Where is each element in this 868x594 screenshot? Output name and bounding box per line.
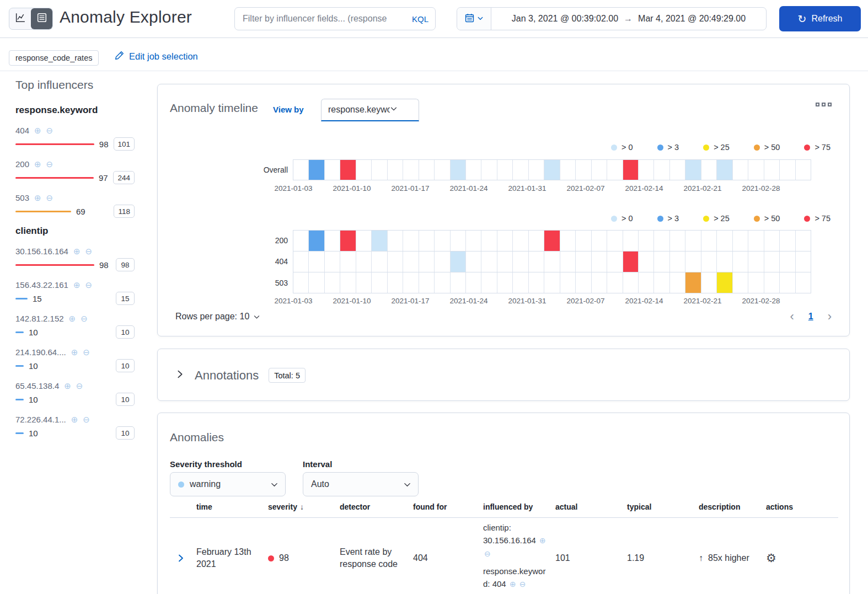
page-number[interactable]: 1 [808,312,813,322]
remove-filter-icon[interactable]: ⊖ [46,126,53,135]
swimlane-cell[interactable] [576,251,591,272]
swimlane-cell[interactable] [592,272,607,293]
swimlane-cell[interactable] [654,272,669,293]
swimlane-cell[interactable] [481,251,497,272]
swimlane-cell[interactable] [576,231,591,251]
swimlane-cell[interactable] [325,272,340,293]
add-filter-icon[interactable]: ⊕ [71,415,78,424]
swimlane-cell[interactable] [497,272,513,293]
swimlane-cell[interactable] [780,251,795,272]
view-by-select[interactable]: response.keyword [321,99,419,121]
swimlane-cell[interactable] [513,272,528,293]
swimlane-cell[interactable] [560,160,576,180]
swimlane-cell[interactable] [481,272,497,293]
swimlane-cell[interactable] [325,251,340,272]
swimlane-cell[interactable] [796,160,811,180]
swimlane-cell[interactable] [435,231,450,251]
swimlane-cell[interactable] [685,251,701,272]
edit-job-selection-link[interactable]: Edit job selection [115,51,198,62]
add-filter-icon[interactable]: ⊕ [64,382,71,390]
swimlane-cell[interactable] [560,231,576,251]
swimlane-cell[interactable] [388,231,403,251]
swimlane-cell[interactable] [607,231,623,251]
remove-filter-icon[interactable]: ⊖ [85,247,93,255]
swimlane-cell[interactable] [623,272,639,293]
swimlane-cell[interactable] [293,231,309,251]
swimlane-cell[interactable] [513,160,528,180]
kql-syntax-button[interactable]: KQL [411,14,435,24]
swimlane-cell[interactable] [356,251,372,272]
panel-options-icon[interactable] [816,103,832,106]
swimlane-cell[interactable] [764,231,780,251]
swimlane-cell[interactable] [356,160,372,180]
swimlane-cell[interactable] [717,231,732,251]
swimlane-cell[interactable] [701,251,717,272]
add-filter-icon[interactable]: ⊕ [73,281,81,289]
severity-threshold-select[interactable]: warning [170,472,286,496]
add-filter-icon[interactable]: ⊕ [510,580,516,588]
swimlane-cell[interactable] [419,231,435,251]
swimlane-cell[interactable] [293,251,309,272]
swimlane-cell[interactable] [607,160,623,180]
swimlane-cell[interactable] [403,272,419,293]
interval-select[interactable]: Auto [303,472,419,496]
swimlane-cell[interactable] [513,231,528,251]
end-date[interactable]: Mar 4, 2021 @ 20:49:29.00 [638,14,746,24]
swimlane-cell[interactable] [372,160,387,180]
swimlane-cell[interactable] [388,160,403,180]
add-filter-icon[interactable]: ⊕ [539,536,546,545]
add-filter-icon[interactable]: ⊕ [34,194,41,202]
expand-row-button[interactable] [170,554,190,563]
add-filter-icon[interactable]: ⊕ [34,160,41,168]
swimlane-cell[interactable] [733,231,748,251]
add-filter-icon[interactable]: ⊕ [69,314,76,323]
swimlane-cell[interactable] [780,272,795,293]
swimlane-cell[interactable] [419,160,435,180]
gear-icon[interactable]: ⚙ [766,552,776,564]
swimlane-cell[interactable] [639,251,654,272]
swimlane-cell[interactable] [309,251,324,272]
swimlane-cell[interactable] [748,251,764,272]
swimlane-cell[interactable] [544,251,560,272]
swimlane-cell[interactable] [717,272,732,293]
swimlane-cell[interactable] [623,251,639,272]
remove-filter-icon[interactable]: ⊖ [85,281,93,289]
chevron-right-icon[interactable] [175,370,185,381]
swimlane-cell[interactable] [639,231,654,251]
swimlane-cell[interactable] [670,251,685,272]
swimlane-cell[interactable] [560,272,576,293]
swimlane-cell[interactable] [513,251,528,272]
swimlane-cell[interactable] [529,231,544,251]
swimlane-cell[interactable] [388,272,403,293]
swimlane-cell[interactable] [497,251,513,272]
swimlane-cell[interactable] [639,272,654,293]
swimlane-cell[interactable] [592,160,607,180]
previous-page-button[interactable]: ‹ [790,311,794,323]
swimlane-cell[interactable] [451,160,466,180]
remove-filter-icon[interactable]: ⊖ [83,348,90,356]
swimlane-cell[interactable] [796,251,811,272]
swimlane-cell[interactable] [435,160,450,180]
swimlane-cell[interactable] [654,231,669,251]
swimlane-cell[interactable] [309,231,324,251]
swimlane-cell[interactable] [451,231,466,251]
swimlane-cell[interactable] [529,272,544,293]
rows-per-page-button[interactable]: Rows per page: 10 [175,312,260,322]
swimlane-cell[interactable] [576,272,591,293]
swimlane-cell[interactable] [340,272,356,293]
swimlane-cell[interactable] [435,272,450,293]
remove-filter-icon[interactable]: ⊖ [46,160,53,168]
swimlane-cell[interactable] [403,160,419,180]
refresh-button[interactable]: ↻ Refresh [779,6,861,31]
swimlane-cell[interactable] [654,160,669,180]
swimlane-cell[interactable] [748,272,764,293]
swimlane-cell[interactable] [497,160,513,180]
swimlane-cell[interactable] [592,251,607,272]
remove-filter-icon[interactable]: ⊖ [76,382,83,390]
swimlane-cell[interactable] [780,231,795,251]
remove-filter-icon[interactable]: ⊖ [46,194,53,202]
swimlane-cell[interactable] [529,251,544,272]
swimlane-cell[interactable] [764,251,780,272]
swimlane-cell[interactable] [356,231,372,251]
swimlane-cell[interactable] [654,251,669,272]
